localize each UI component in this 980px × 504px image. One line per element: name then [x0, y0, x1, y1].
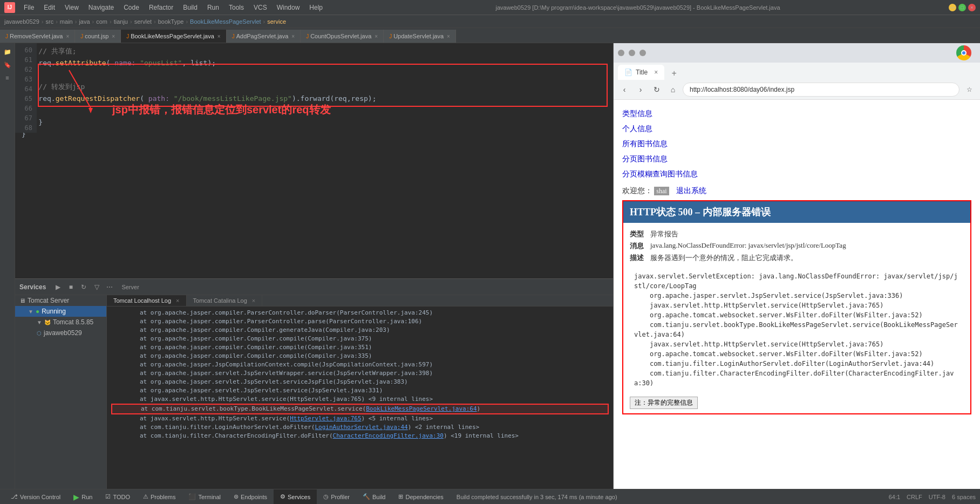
- browser-new-tab-button[interactable]: +: [666, 67, 682, 80]
- menu-help[interactable]: Help: [305, 3, 327, 12]
- maximize-button[interactable]: □: [958, 4, 966, 11]
- breadcrumb-item-class[interactable]: BookLikeMessPageServlet: [190, 18, 261, 25]
- services-toolbar-btn-run[interactable]: ▶: [52, 282, 63, 292]
- status-tab-build[interactable]: 🔨 Build: [356, 489, 392, 505]
- tab-close-icon[interactable]: ×: [112, 33, 115, 39]
- status-tab-terminal[interactable]: ⬛ Terminal: [182, 489, 227, 505]
- menu-vcs[interactable]: VCS: [249, 3, 271, 12]
- log-tab-close[interactable]: ×: [252, 297, 255, 304]
- log-tab-localhost[interactable]: Tomcat Localhost Log ×: [107, 295, 187, 306]
- menu-edit[interactable]: Edit: [39, 3, 59, 12]
- tab-booklikemess[interactable]: J BookLikeMessPageServlet.java ×: [121, 30, 227, 43]
- log-line-highlight: at com.tianju.servlet.bookType.BookLikeM…: [111, 404, 609, 414]
- menu-view[interactable]: View: [60, 3, 83, 12]
- browser-star-button[interactable]: ☆: [963, 83, 976, 96]
- breadcrumb-item[interactable]: servlet: [134, 18, 152, 25]
- breadcrumb-sep: ›: [42, 18, 44, 25]
- stack-trace-link[interactable]: LoginAuthorServlet.java:44: [315, 424, 408, 431]
- browser-favicon: 📄: [624, 69, 632, 76]
- sidebar-bookmark-icon[interactable]: 🔖: [2, 59, 13, 70]
- breadcrumb-item-method[interactable]: service: [267, 18, 286, 25]
- logout-link[interactable]: 退出系统: [676, 187, 706, 195]
- tab-close-icon[interactable]: ×: [291, 33, 295, 39]
- error-type-label: 类型: [630, 229, 646, 239]
- status-tab-profiler[interactable]: ◷ Profiler: [317, 489, 356, 505]
- nav-link-personal[interactable]: 个人信息: [622, 121, 971, 137]
- close-button[interactable]: ×: [968, 4, 976, 11]
- menu-run[interactable]: Run: [203, 3, 223, 12]
- status-tab-problems[interactable]: ⚠ Problems: [137, 489, 182, 505]
- browser-forward-button[interactable]: ›: [634, 83, 647, 96]
- status-right: 64:1 CRLF UTF-8 6 spaces: [889, 494, 976, 500]
- minimize-button[interactable]: —: [949, 4, 956, 11]
- browser-back-button[interactable]: ‹: [618, 83, 631, 96]
- tab-close-icon[interactable]: ×: [375, 33, 378, 39]
- log-tab-close[interactable]: ×: [176, 297, 179, 304]
- browser-tab-close[interactable]: ×: [654, 69, 658, 76]
- services-toolbar-btn-restart[interactable]: ↻: [78, 282, 89, 292]
- browser-refresh-button[interactable]: ↻: [650, 83, 663, 96]
- status-tab-todo[interactable]: ☑ TODO: [99, 489, 137, 505]
- breadcrumb-item[interactable]: src: [46, 18, 54, 25]
- nav-link-paged-books[interactable]: 分页图书信息: [622, 152, 971, 167]
- breadcrumb-item[interactable]: com: [96, 18, 107, 25]
- sidebar-project-icon[interactable]: 📁: [2, 46, 13, 57]
- menu-tools[interactable]: Tools: [224, 3, 248, 12]
- nav-link-search-books[interactable]: 分页模糊查询图书信息: [622, 167, 971, 182]
- menu-bar-items: File Edit View Navigate Code Refactor Bu…: [19, 3, 327, 12]
- menu-code[interactable]: Code: [119, 3, 144, 12]
- breadcrumb-item[interactable]: tianju: [114, 18, 128, 25]
- tab-addpag[interactable]: J AddPagServlet.java ×: [227, 30, 301, 43]
- tab-close-icon[interactable]: ×: [66, 33, 69, 39]
- breadcrumb-sep: ›: [154, 18, 156, 25]
- tab-countjsp[interactable]: J count.jsp ×: [75, 30, 121, 43]
- stack-trace-link[interactable]: BookLikeMessPageServlet.java:64: [366, 405, 477, 412]
- stack-trace-link[interactable]: CharacterEncodingFilter.java:30: [333, 432, 444, 439]
- menu-file[interactable]: File: [19, 3, 38, 12]
- error-desc-row: 描述 服务器遇到一个意外的情况，阻止它完成请求。: [630, 253, 964, 263]
- nav-link-type[interactable]: 类型信息: [622, 106, 971, 121]
- status-tab-versioncontrol[interactable]: ⎇ Version Control: [4, 489, 67, 505]
- tab-countopus[interactable]: J CountOpusServlet.java ×: [301, 30, 384, 43]
- services-toolbar-btn-stop[interactable]: ■: [65, 282, 76, 292]
- menu-refactor[interactable]: Refactor: [145, 3, 178, 12]
- tab-updateservlet[interactable]: J UpdateServlet.java ×: [384, 30, 456, 43]
- code-line-65: [22, 105, 607, 117]
- tab-removeservlet[interactable]: J RemoveServlet.java ×: [0, 30, 75, 43]
- breadcrumb-item[interactable]: main: [60, 18, 73, 25]
- tree-item-running[interactable]: ▼ ● Running: [15, 306, 106, 317]
- browser-url-bar[interactable]: http://localhost:8080/day06/index.jsp: [683, 83, 959, 97]
- breadcrumb-item[interactable]: javaweb0529: [4, 18, 39, 25]
- stack-trace-link[interactable]: HttpServlet.java:765: [290, 415, 361, 422]
- menu-window[interactable]: Window: [273, 3, 304, 12]
- browser-tab-title[interactable]: 📄 Title ×: [618, 65, 664, 80]
- status-tab-endpoints[interactable]: ⊛ Endpoints: [227, 489, 274, 505]
- sidebar-structure-icon[interactable]: ≡: [2, 72, 13, 83]
- menu-build[interactable]: Build: [179, 3, 202, 12]
- breadcrumb-sep: ›: [110, 18, 112, 25]
- browser-home-button[interactable]: ⌂: [666, 83, 679, 96]
- status-tab-run[interactable]: ▶ Run: [67, 489, 99, 505]
- breadcrumb-item[interactable]: bookType: [158, 18, 184, 25]
- tree-item-tomcat-server[interactable]: 🖥 Tomcat Server: [15, 295, 106, 306]
- services-toolbar-btn-more[interactable]: ⋯: [104, 282, 115, 292]
- breadcrumb-item[interactable]: java: [79, 18, 90, 25]
- code-editor[interactable]: 60 61 62 63 64 65 66 67 68 // 共享值; req.s…: [15, 43, 613, 278]
- line-num: 64: [15, 84, 32, 94]
- tab-close-icon[interactable]: ×: [447, 33, 450, 39]
- status-tab-services[interactable]: ⚙ Services: [274, 489, 317, 505]
- line-num: 62: [15, 65, 32, 74]
- nav-link-all-books[interactable]: 所有图书信息: [622, 137, 971, 152]
- status-tab-dependencies[interactable]: ⊞ Dependencies: [392, 489, 450, 505]
- menu-navigate[interactable]: Navigate: [84, 3, 118, 12]
- log-tab-catalina[interactable]: Tomcat Catalina Log ×: [187, 295, 263, 306]
- tree-item-tomcat-version[interactable]: ▼ 🐱 Tomcat 8.5.85: [15, 317, 106, 328]
- welcome-text: 欢迎您：: [622, 187, 652, 195]
- tomcat-icon: 🐱: [44, 319, 51, 325]
- log-content[interactable]: at org.apache.jasper.compiler.ParserCont…: [107, 307, 613, 489]
- tree-item-javaweb[interactable]: ⬡ javaweb0529: [15, 328, 106, 338]
- more-info-button[interactable]: 注：异常的完整信息: [630, 397, 698, 409]
- tab-close-icon[interactable]: ×: [217, 33, 221, 39]
- tree-item-label: Tomcat 8.5.85: [53, 318, 93, 326]
- services-toolbar-btn-filter[interactable]: ▽: [91, 282, 102, 292]
